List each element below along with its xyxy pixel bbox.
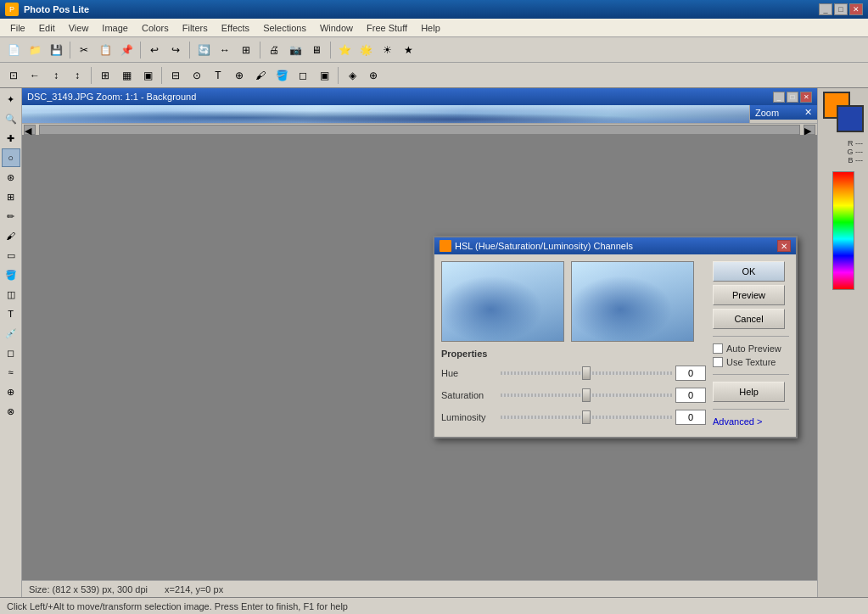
menu-colors[interactable]: Colors	[135, 21, 176, 35]
hue-value[interactable]: 0	[675, 366, 706, 381]
menu-filters[interactable]: Filters	[176, 21, 215, 35]
tool-clone[interactable]: ⊕	[2, 382, 20, 401]
toolbar-sep-2	[140, 42, 141, 59]
tool-heal[interactable]: ⊗	[2, 402, 20, 421]
screen-capture[interactable]: 🖥	[306, 40, 327, 60]
scroll-right-btn[interactable]: ▶	[804, 125, 815, 135]
scan-button[interactable]: 📷	[285, 40, 305, 60]
saturation-slider-thumb[interactable]	[582, 388, 591, 402]
horizontal-scrollbar[interactable]: ◀ ▶	[22, 123, 817, 135]
tool-fill[interactable]: 🪣	[2, 265, 20, 284]
shape-btn[interactable]: ◻	[293, 65, 313, 86]
advanced-link[interactable]: Advanced >	[713, 416, 789, 427]
zoom-out[interactable]: ↕	[46, 65, 66, 86]
menu-window[interactable]: Window	[313, 21, 360, 35]
tool-gradient[interactable]: ◫	[2, 285, 20, 304]
brush-btn[interactable]: 🖌	[250, 65, 271, 86]
background-color[interactable]	[837, 105, 864, 132]
color-swatch[interactable]	[823, 92, 864, 132]
hsl-close-button[interactable]: ✕	[777, 240, 791, 252]
select-ellipse[interactable]: ⊙	[187, 65, 207, 86]
doc-minimize[interactable]: _	[773, 92, 785, 103]
tool-smudge[interactable]: ≈	[2, 363, 20, 382]
flip-button[interactable]: ↔	[215, 40, 235, 60]
ok-button[interactable]: OK	[713, 261, 785, 282]
maximize-button[interactable]: □	[834, 3, 848, 15]
layer-btn[interactable]: ▣	[137, 65, 158, 86]
menu-selections[interactable]: Selections	[256, 21, 313, 35]
menu-effects[interactable]: Effects	[215, 21, 256, 35]
tool-zoom[interactable]: 🔍	[2, 109, 20, 128]
zoom-in[interactable]: ←	[25, 65, 45, 86]
use-texture-checkbox[interactable]	[713, 357, 723, 367]
preview-button[interactable]: Preview	[713, 285, 785, 305]
toolbar-sep-3	[189, 42, 190, 59]
stamp-btn[interactable]: ⊕	[363, 65, 384, 86]
effects-button[interactable]: ⭐	[334, 40, 355, 60]
new-button[interactable]: 📄	[3, 40, 24, 60]
adjust-button[interactable]: ☀	[377, 40, 397, 60]
cancel-button[interactable]: Cancel	[713, 309, 785, 329]
tool-eraser[interactable]: ▭	[2, 246, 20, 265]
luminosity-slider-thumb[interactable]	[582, 410, 591, 424]
minimize-button[interactable]: _	[819, 3, 832, 15]
wand-tool[interactable]: ⊕	[229, 65, 249, 86]
tool-text[interactable]: T	[2, 304, 20, 323]
scrollbar-thumb[interactable]	[39, 125, 800, 135]
close-button[interactable]: ✕	[849, 3, 863, 15]
filter-button[interactable]: 🌟	[356, 40, 376, 60]
doc-close[interactable]: ✕	[800, 92, 812, 103]
zoom-close-icon[interactable]: ✕	[804, 107, 812, 118]
undo-button[interactable]: ↩	[144, 40, 165, 60]
menu-help[interactable]: Help	[414, 21, 447, 35]
tool-select[interactable]: ✦	[2, 90, 20, 109]
menu-image[interactable]: Image	[95, 21, 135, 35]
paste-button[interactable]: 📌	[116, 40, 137, 60]
cut-button[interactable]: ✂	[74, 40, 94, 60]
fit-button[interactable]: ↕	[67, 65, 87, 86]
help-button[interactable]: Help	[713, 382, 785, 402]
tool-shape[interactable]: ◻	[2, 343, 20, 362]
menu-edit[interactable]: Edit	[32, 21, 62, 35]
color-spectrum[interactable]	[832, 171, 854, 290]
select-rect[interactable]: ⊟	[165, 65, 186, 86]
scroll-left-btn[interactable]: ◀	[24, 125, 36, 135]
menu-view[interactable]: View	[62, 21, 96, 35]
canvas-size[interactable]: ⊞	[95, 65, 115, 86]
tool-move[interactable]: ✚	[2, 129, 20, 148]
luminosity-value[interactable]: 0	[675, 410, 706, 425]
save-button[interactable]: 💾	[46, 40, 66, 60]
select-all[interactable]: ⊡	[3, 65, 24, 86]
text-tool[interactable]: T	[208, 65, 228, 86]
tool-wand[interactable]: ⊛	[2, 168, 20, 187]
dialog-separator-3	[713, 409, 789, 410]
fill-btn[interactable]: 🪣	[272, 65, 292, 86]
saturation-slider-container	[501, 388, 672, 403]
hue-slider-thumb[interactable]	[582, 366, 591, 380]
menu-free-stuff[interactable]: Free Stuff	[360, 21, 414, 35]
crop-button[interactable]: ⊞	[236, 40, 256, 60]
tool-pencil[interactable]: ✏	[2, 207, 20, 226]
tool-crop[interactable]: ⊞	[2, 187, 20, 206]
redo-button[interactable]: ↪	[165, 40, 186, 60]
copy-button[interactable]: 📋	[95, 40, 115, 60]
right-panel: R --- G --- B ---	[817, 88, 868, 597]
tool-eyedrop[interactable]: 💉	[2, 324, 20, 343]
image-size[interactable]: ▦	[116, 65, 137, 86]
canvas-scroll-area[interactable]	[22, 105, 749, 123]
doc-maximize[interactable]: □	[787, 92, 798, 103]
tool-brush[interactable]: 🖌	[2, 226, 20, 245]
saturation-value[interactable]: 0	[675, 388, 706, 403]
hue-row: Hue 0	[441, 364, 706, 382]
open-button[interactable]: 📁	[25, 40, 45, 60]
zoom-panel: Zoom ✕	[749, 105, 817, 123]
tool-lasso[interactable]: ○	[2, 148, 20, 167]
star-button[interactable]: ★	[398, 40, 418, 60]
rotate-button[interactable]: 🔄	[193, 40, 214, 60]
bottom-hint-bar: Click Left/+Alt to move/transform select…	[0, 597, 868, 614]
erase-btn[interactable]: ▣	[314, 65, 334, 86]
menu-file[interactable]: File	[3, 21, 32, 35]
gradient-btn[interactable]: ◈	[342, 65, 362, 86]
auto-preview-checkbox[interactable]	[713, 343, 723, 354]
print-button[interactable]: 🖨	[264, 40, 284, 60]
